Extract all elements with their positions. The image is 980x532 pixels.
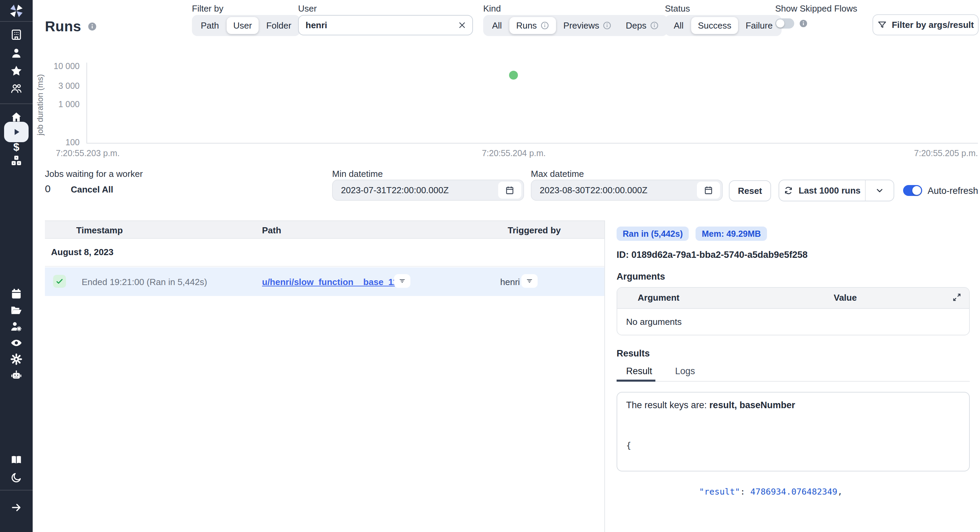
refresh-runs-button[interactable]: Last 1000 runs — [779, 180, 865, 201]
tab-result[interactable]: Result — [626, 366, 652, 376]
y-tick: 1 000 — [48, 100, 80, 108]
chart-y-axis-label: job duration (ms) — [35, 65, 45, 145]
filter-args-result-button[interactable]: Filter by args/result — [872, 14, 978, 35]
sidebar-item-workspace building-icon[interactable] — [0, 29, 33, 41]
sidebar-item-runs play-icon[interactable] — [4, 122, 29, 142]
sidebar-divider — [0, 21, 33, 22]
json-line-result: "result": 4786934.076482349, — [626, 475, 960, 509]
status-segmented: All Success Failure — [665, 15, 782, 36]
col-value: Value — [834, 292, 857, 303]
run-path-link[interactable]: u/henri/slow_function__base_11 — [262, 277, 398, 287]
funnel-icon — [877, 20, 887, 30]
filter-by-user[interactable]: User — [227, 17, 259, 34]
sidebar-divider — [0, 490, 33, 491]
run-data-point[interactable] — [509, 71, 518, 79]
min-datetime-calendar-icon[interactable] — [498, 182, 521, 199]
sidebar-item-workers user-cog-icon[interactable] — [0, 321, 33, 333]
jobs-waiting-label: Jobs waiting for a worker — [45, 169, 143, 179]
json-open: { — [626, 440, 960, 451]
arguments-table-header: Argument Value — [617, 288, 969, 309]
sidebar-item-schedules calendar-icon[interactable] — [0, 288, 33, 300]
user-input[interactable] — [298, 15, 473, 35]
date-group-row: August 8, 2023 — [45, 239, 605, 267]
sidebar-item-user user-icon[interactable] — [0, 47, 33, 59]
ran-in-badge: Ran in (5,442s) — [617, 227, 689, 241]
max-datetime-input[interactable] — [531, 185, 697, 195]
info-icon — [603, 21, 611, 30]
run-triggered-by: henri — [500, 277, 520, 287]
sidebar-item-folders folder-open-icon[interactable] — [0, 304, 33, 316]
refresh-icon — [784, 186, 793, 195]
status-failure[interactable]: Failure — [739, 17, 779, 34]
filter-by-path-icon[interactable] — [394, 274, 410, 288]
max-datetime-field — [531, 179, 723, 201]
reset-button[interactable]: Reset — [729, 180, 771, 202]
status-all[interactable]: All — [667, 17, 690, 34]
result-summary-keys: result, baseNumber — [710, 400, 795, 410]
info-filled-icon[interactable] — [799, 19, 808, 28]
sidebar-item-docs book-open-icon[interactable] — [0, 454, 33, 466]
filter-by-folder[interactable]: Folder — [259, 17, 298, 34]
date-group-label: August 8, 2023 — [51, 247, 114, 257]
y-tick: 10 000 — [48, 62, 80, 70]
show-skipped-label: Show Skipped Flows — [775, 3, 857, 14]
user-label: User — [298, 3, 317, 14]
auto-refresh-label: Auto-refresh — [928, 186, 978, 196]
sidebar-item-settings gear-icon[interactable] — [0, 353, 33, 365]
chevron-down-icon — [875, 186, 885, 195]
col-timestamp: Timestamp — [76, 225, 123, 236]
max-datetime-label: Max datetime — [531, 169, 584, 179]
filter-by-path[interactable]: Path — [194, 17, 226, 34]
sidebar-collapse arrow-right-icon[interactable] — [0, 501, 33, 514]
status-success[interactable]: Success — [691, 17, 738, 34]
filter-by-segmented: Path User Folder — [192, 15, 300, 36]
min-datetime-field — [332, 179, 524, 201]
result-summary-prefix: The result keys are: — [626, 400, 710, 410]
clear-user-x-icon[interactable] — [457, 21, 467, 30]
x-axis-line — [86, 143, 978, 143]
col-argument: Argument — [638, 292, 679, 303]
runs-table-header: Timestamp Path Triggered by — [45, 221, 605, 239]
x-tick: 7:20:55.203 p.m. — [56, 149, 120, 157]
sidebar-item-resources boxes-icon[interactable] — [0, 154, 33, 167]
sidebar-item-theme moon-icon[interactable] — [0, 472, 33, 484]
title-info-icon[interactable] — [88, 22, 97, 31]
max-datetime-calendar-icon[interactable] — [697, 182, 720, 199]
runs-page: $ — [0, 0, 980, 532]
kind-all[interactable]: All — [485, 17, 509, 34]
tab-logs[interactable]: Logs — [675, 366, 695, 376]
kind-label: Kind — [483, 3, 501, 14]
sidebar-item-home home-icon[interactable] — [0, 111, 33, 123]
sidebar-item-groups users-icon[interactable] — [0, 82, 33, 95]
filter-by-user-icon[interactable] — [521, 274, 538, 288]
sidebar-item-audit eye-icon[interactable] — [0, 337, 33, 349]
cancel-all-button[interactable]: Cancel All — [71, 184, 113, 195]
x-tick: 7:20:55.204 p.m. — [463, 149, 565, 157]
x-tick: 7:20:55.205 p.m. — [896, 149, 978, 157]
show-skipped-toggle[interactable] — [775, 18, 794, 29]
sidebar-item-usage dollar-icon[interactable]: $ — [0, 141, 33, 153]
panel-divider — [605, 221, 605, 532]
results-title: Results — [617, 348, 650, 359]
info-icon — [650, 21, 659, 30]
arguments-table: Argument Value No arguments — [617, 287, 970, 335]
run-row[interactable]: Ended 19:21:00 (Ran in 5,442s) u/henri/s… — [45, 267, 605, 296]
kind-deps[interactable]: Deps — [619, 17, 666, 34]
kind-runs[interactable]: Runs — [509, 17, 556, 34]
col-path: Path — [262, 225, 281, 236]
sidebar: $ — [0, 0, 33, 532]
runs-count-select: Last 1000 runs — [778, 179, 894, 202]
auto-refresh-toggle[interactable] — [903, 185, 922, 196]
min-datetime-input[interactable] — [333, 185, 498, 195]
run-id: ID: 0189d62a-79a1-bba2-5740-a5dab9e5f258 — [617, 250, 808, 260]
windmill-logo-icon[interactable] — [0, 2, 33, 20]
sidebar-item-favorites star-icon[interactable] — [0, 65, 33, 77]
sidebar-item-worker-groups robot-icon[interactable] — [0, 369, 33, 382]
runs-count-dropdown[interactable] — [865, 180, 894, 201]
filter-by-label: Filter by — [192, 3, 223, 14]
kind-segmented: All Runs Previews Deps — [483, 15, 668, 36]
expand-icon[interactable] — [952, 292, 962, 302]
y-axis-line — [86, 63, 87, 143]
kind-previews[interactable]: Previews — [557, 17, 618, 34]
tabs-baseline — [617, 381, 970, 382]
